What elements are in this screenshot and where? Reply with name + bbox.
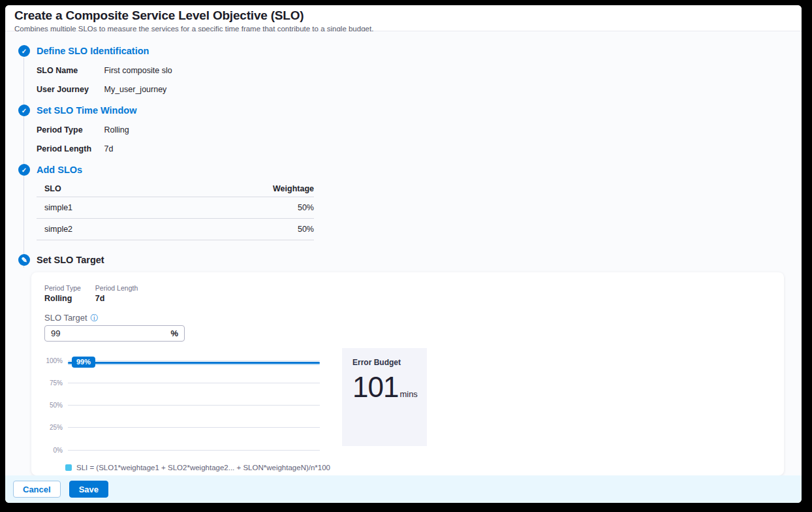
error-budget-label: Error Budget bbox=[352, 358, 416, 367]
step-define-slo-identification[interactable]: Define SLO Identification bbox=[18, 45, 149, 57]
period-length-value: 7d bbox=[95, 294, 138, 303]
col-header-weightage: Weightage bbox=[255, 184, 314, 193]
y-tick: 25% bbox=[44, 424, 63, 431]
target-slider-track[interactable] bbox=[68, 362, 320, 364]
step-title: Define SLO Identification bbox=[37, 46, 149, 56]
step-set-slo-target[interactable]: Set SLO Target bbox=[18, 254, 104, 266]
legend-text: SLI = (SLO1*weightage1 + SLO2*weightage2… bbox=[76, 464, 330, 472]
sli-formula-legend: SLI = (SLO1*weightage1 + SLO2*weightage2… bbox=[65, 464, 771, 472]
save-button[interactable]: Save bbox=[69, 481, 108, 498]
period-summary: Period Type Rolling Period Length 7d bbox=[44, 284, 771, 303]
cancel-button[interactable]: Cancel bbox=[13, 481, 61, 498]
period-type-value: Rolling bbox=[44, 294, 81, 303]
table-row: simple2 50% bbox=[37, 219, 314, 240]
error-budget-value: 101 bbox=[352, 371, 398, 404]
error-budget-unit: mins bbox=[399, 389, 417, 399]
slo-name-label: SLO Name bbox=[37, 61, 102, 80]
period-length-label: Period Length bbox=[95, 284, 138, 292]
slo-target-label-text: SLO Target bbox=[44, 313, 87, 323]
gridline-50 bbox=[68, 405, 320, 406]
page-title: Create a Composite Service Level Objecti… bbox=[14, 8, 802, 23]
slo-target-input-group: % bbox=[44, 325, 185, 342]
create-composite-slo-dialog: Create a Composite Service Level Objecti… bbox=[5, 5, 802, 503]
dialog-footer: Cancel Save bbox=[5, 475, 802, 503]
user-journey-value: My_user_journey bbox=[104, 85, 166, 94]
slo-name-value: First composite slo bbox=[104, 66, 172, 75]
slo-target-field-label: SLO Target bbox=[44, 313, 771, 323]
field-row: User Journey My_user_journey bbox=[37, 80, 172, 99]
table-row: simple1 50% bbox=[37, 197, 314, 219]
gridline-100 bbox=[68, 360, 320, 361]
target-slider-handle[interactable]: 99% bbox=[72, 357, 95, 368]
period-type-value: Rolling bbox=[104, 125, 129, 135]
user-journey-label: User Journey bbox=[37, 80, 102, 99]
step-add-slos[interactable]: Add SLOs bbox=[18, 164, 82, 176]
field-row: SLO Name First composite slo bbox=[37, 61, 172, 80]
y-tick: 50% bbox=[44, 402, 63, 409]
y-tick: 0% bbox=[44, 447, 63, 454]
step-set-slo-time-window[interactable]: Set SLO Time Window bbox=[18, 104, 136, 116]
wizard-content: Define SLO Identification SLO Name First… bbox=[5, 31, 802, 475]
time-window-summary: Period Type Rolling Period Length 7d bbox=[37, 121, 129, 159]
gridline-75 bbox=[68, 383, 320, 383]
table-header-row: SLO Weightage bbox=[37, 180, 314, 197]
period-type-label: Period Type bbox=[44, 284, 81, 292]
gridline-0 bbox=[68, 450, 320, 451]
weightage-cell: 50% bbox=[255, 203, 314, 212]
slos-weightage-table: SLO Weightage simple1 50% simple2 50% bbox=[37, 180, 314, 240]
info-icon[interactable] bbox=[91, 314, 99, 322]
gridline-25 bbox=[68, 427, 320, 428]
weightage-cell: 50% bbox=[255, 225, 314, 234]
step-title: Add SLOs bbox=[37, 165, 82, 175]
step-title: Set SLO Target bbox=[37, 255, 104, 265]
error-budget-card: Error Budget 101 mins bbox=[342, 348, 427, 446]
slo-target-slider-chart: 100% 75% 50% 25% 0% 99% bbox=[44, 357, 335, 455]
step-complete-check-icon bbox=[18, 45, 30, 57]
col-header-slo: SLO bbox=[37, 184, 255, 193]
dialog-header: Create a Composite Service Level Objecti… bbox=[5, 5, 802, 31]
slo-target-card: Period Type Rolling Period Length 7d SLO… bbox=[31, 272, 784, 475]
step-complete-check-icon bbox=[18, 104, 30, 116]
slo-cell: simple1 bbox=[37, 203, 255, 212]
period-length-value: 7d bbox=[104, 144, 113, 153]
y-tick: 100% bbox=[44, 357, 63, 364]
period-type-label: Period Type bbox=[37, 121, 102, 140]
slo-cell: simple2 bbox=[37, 225, 255, 234]
step-title: Set SLO Time Window bbox=[37, 105, 136, 116]
legend-swatch-icon bbox=[65, 464, 72, 471]
slo-identification-summary: SLO Name First composite slo User Journe… bbox=[37, 61, 172, 99]
step-edit-pencil-icon bbox=[18, 254, 30, 266]
slo-target-input[interactable] bbox=[51, 328, 170, 338]
percent-suffix: % bbox=[170, 328, 178, 338]
field-row: Period Type Rolling bbox=[37, 121, 129, 140]
field-row: Period Length 7d bbox=[37, 140, 129, 159]
step-complete-check-icon bbox=[18, 164, 30, 176]
y-tick: 75% bbox=[44, 379, 63, 387]
stepper-rail bbox=[23, 57, 24, 268]
period-length-label: Period Length bbox=[37, 140, 102, 159]
